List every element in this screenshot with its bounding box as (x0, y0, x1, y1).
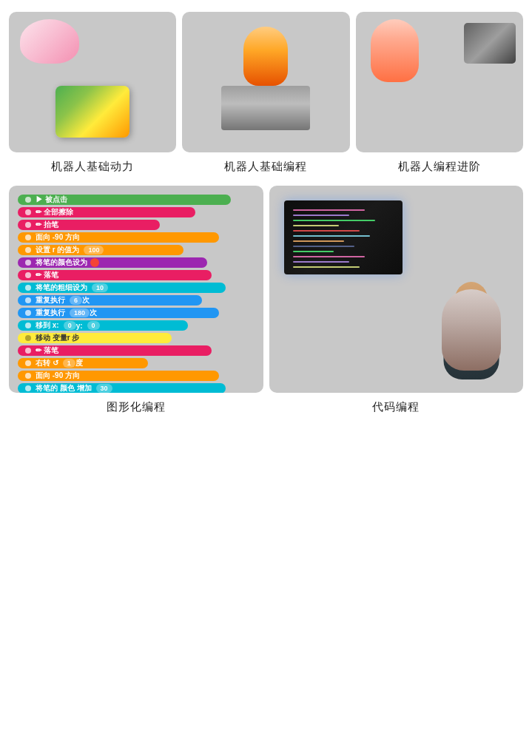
card-image-robot-prog (182, 12, 349, 152)
person-silhouette (434, 282, 508, 385)
scratch-block-12: 移动 变量r 步 (18, 333, 172, 343)
scratch-block-6: 将笔的颜色设为 (18, 257, 207, 268)
card-image-robot-adv (356, 12, 523, 152)
scratch-block-8: 将笔的粗细设为 10 (18, 283, 226, 293)
card-image-code (269, 186, 524, 393)
card-robot-prog[interactable]: 机器人基础编程 (182, 12, 349, 174)
scratch-block-9: 重复执行 6 次 (18, 295, 202, 306)
scratch-block-14: 右转 ↺ 1 度 (18, 358, 148, 368)
code-line (293, 246, 354, 247)
scratch-block-11: 移到 x:0 y:0 (18, 320, 188, 331)
card-label-robot-adv: 机器人编程进阶 (398, 160, 481, 174)
card-image-robot-basic (9, 12, 176, 152)
top-row: 机器人基础动力 机器人基础编程 机器人编程进阶 (9, 12, 523, 174)
code-line (293, 230, 360, 232)
code-line (293, 240, 345, 242)
card-image-scratch: ▶ 被点击 ✏ 全部擦除 ✏ 抬笔 面向 -90 方向 设置 r 的值为 100… (9, 186, 263, 393)
scratch-block-16: 将笔的 颜色 增加 30 (18, 383, 226, 393)
code-line (293, 251, 334, 252)
card-label-scratch: 图形化编程 (107, 400, 166, 414)
main-container: 机器人基础动力 机器人基础编程 机器人编程进阶 ▶ 被点击 ✏ 全部擦除 (0, 0, 532, 432)
scratch-block-15: 面向 -90 方向 (18, 371, 219, 381)
scratch-block-1: ▶ 被点击 (18, 195, 231, 205)
card-label-robot-prog: 机器人基础编程 (224, 160, 307, 174)
monitor-display (287, 203, 402, 274)
card-robot-basic[interactable]: 机器人基础动力 (9, 12, 176, 174)
scratch-block-10: 重复执行 180 次 (18, 308, 219, 318)
code-line (293, 215, 349, 216)
card-label-code: 代码编程 (372, 400, 420, 414)
code-line (293, 256, 365, 257)
card-label-robot-basic: 机器人基础动力 (51, 160, 134, 174)
code-line (293, 261, 349, 263)
person-body (444, 313, 499, 379)
code-line (293, 235, 370, 237)
scratch-block-5: 设置 r 的值为 100 (18, 245, 183, 255)
scratch-block-4: 面向 -90 方向 (18, 232, 219, 243)
bottom-row: ▶ 被点击 ✏ 全部擦除 ✏ 抬笔 面向 -90 方向 设置 r 的值为 100… (9, 186, 523, 414)
code-line (293, 266, 360, 268)
card-scratch[interactable]: ▶ 被点击 ✏ 全部擦除 ✏ 抬笔 面向 -90 方向 设置 r 的值为 100… (9, 186, 263, 414)
person-head (455, 282, 488, 319)
card-robot-adv[interactable]: 机器人编程进阶 (356, 12, 523, 174)
code-line (293, 225, 340, 226)
card-code[interactable]: 代码编程 (269, 186, 524, 414)
scratch-block-7: ✏ 落笔 (18, 270, 212, 280)
scratch-block-3: ✏ 抬笔 (18, 220, 160, 230)
code-line (293, 220, 375, 221)
scratch-block-2: ✏ 全部擦除 (18, 207, 195, 217)
scratch-block-13: ✏ 落笔 (18, 345, 212, 356)
code-line (293, 209, 365, 211)
